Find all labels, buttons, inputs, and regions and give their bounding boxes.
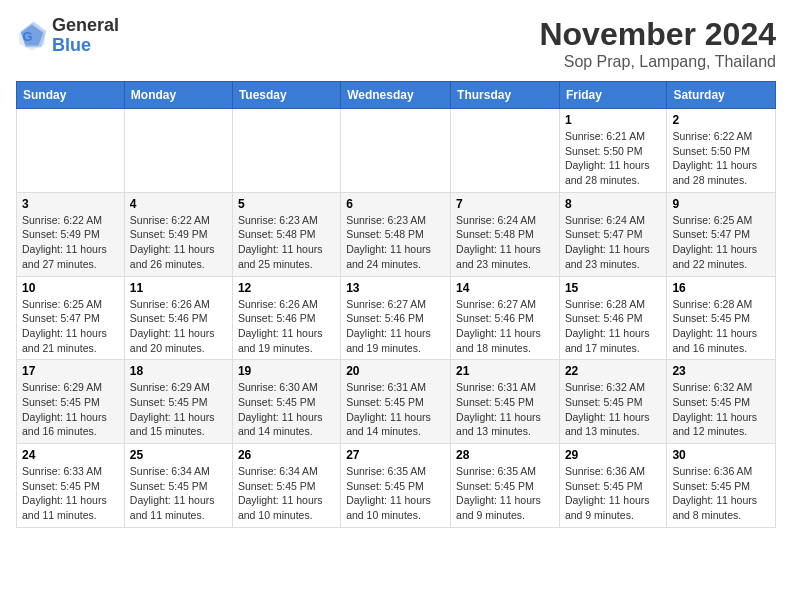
calendar-cell: 29Sunrise: 6:36 AM Sunset: 5:45 PM Dayli… xyxy=(559,444,666,528)
day-info: Sunrise: 6:21 AM Sunset: 5:50 PM Dayligh… xyxy=(565,129,661,188)
day-info: Sunrise: 6:22 AM Sunset: 5:49 PM Dayligh… xyxy=(130,213,227,272)
weekday-header-monday: Monday xyxy=(124,82,232,109)
weekday-header-wednesday: Wednesday xyxy=(341,82,451,109)
logo-text: General Blue xyxy=(52,16,119,56)
calendar-cell: 30Sunrise: 6:36 AM Sunset: 5:45 PM Dayli… xyxy=(667,444,776,528)
day-number: 21 xyxy=(456,364,554,378)
day-info: Sunrise: 6:25 AM Sunset: 5:47 PM Dayligh… xyxy=(22,297,119,356)
day-info: Sunrise: 6:34 AM Sunset: 5:45 PM Dayligh… xyxy=(238,464,335,523)
calendar-cell: 24Sunrise: 6:33 AM Sunset: 5:45 PM Dayli… xyxy=(17,444,125,528)
calendar-cell: 18Sunrise: 6:29 AM Sunset: 5:45 PM Dayli… xyxy=(124,360,232,444)
calendar-cell: 17Sunrise: 6:29 AM Sunset: 5:45 PM Dayli… xyxy=(17,360,125,444)
calendar-cell xyxy=(124,109,232,193)
calendar-week-row: 24Sunrise: 6:33 AM Sunset: 5:45 PM Dayli… xyxy=(17,444,776,528)
logo: G General Blue xyxy=(16,16,119,56)
calendar-cell xyxy=(232,109,340,193)
calendar-cell: 4Sunrise: 6:22 AM Sunset: 5:49 PM Daylig… xyxy=(124,192,232,276)
day-info: Sunrise: 6:22 AM Sunset: 5:50 PM Dayligh… xyxy=(672,129,770,188)
day-number: 18 xyxy=(130,364,227,378)
day-number: 27 xyxy=(346,448,445,462)
calendar-cell: 11Sunrise: 6:26 AM Sunset: 5:46 PM Dayli… xyxy=(124,276,232,360)
calendar-table: SundayMondayTuesdayWednesdayThursdayFrid… xyxy=(16,81,776,528)
logo-general-text: General xyxy=(52,16,119,36)
svg-text:G: G xyxy=(22,29,32,44)
calendar-cell xyxy=(451,109,560,193)
day-info: Sunrise: 6:32 AM Sunset: 5:45 PM Dayligh… xyxy=(672,380,770,439)
calendar-cell: 9Sunrise: 6:25 AM Sunset: 5:47 PM Daylig… xyxy=(667,192,776,276)
day-info: Sunrise: 6:29 AM Sunset: 5:45 PM Dayligh… xyxy=(22,380,119,439)
month-title: November 2024 xyxy=(539,16,776,53)
day-number: 9 xyxy=(672,197,770,211)
day-info: Sunrise: 6:31 AM Sunset: 5:45 PM Dayligh… xyxy=(456,380,554,439)
day-number: 4 xyxy=(130,197,227,211)
calendar-cell xyxy=(17,109,125,193)
day-info: Sunrise: 6:23 AM Sunset: 5:48 PM Dayligh… xyxy=(238,213,335,272)
day-info: Sunrise: 6:24 AM Sunset: 5:47 PM Dayligh… xyxy=(565,213,661,272)
calendar-week-row: 3Sunrise: 6:22 AM Sunset: 5:49 PM Daylig… xyxy=(17,192,776,276)
calendar-cell: 10Sunrise: 6:25 AM Sunset: 5:47 PM Dayli… xyxy=(17,276,125,360)
logo-icon: G xyxy=(16,20,48,52)
calendar-cell: 16Sunrise: 6:28 AM Sunset: 5:45 PM Dayli… xyxy=(667,276,776,360)
calendar-cell: 23Sunrise: 6:32 AM Sunset: 5:45 PM Dayli… xyxy=(667,360,776,444)
calendar-week-row: 17Sunrise: 6:29 AM Sunset: 5:45 PM Dayli… xyxy=(17,360,776,444)
day-info: Sunrise: 6:27 AM Sunset: 5:46 PM Dayligh… xyxy=(346,297,445,356)
day-number: 5 xyxy=(238,197,335,211)
day-number: 28 xyxy=(456,448,554,462)
calendar-week-row: 10Sunrise: 6:25 AM Sunset: 5:47 PM Dayli… xyxy=(17,276,776,360)
day-info: Sunrise: 6:28 AM Sunset: 5:46 PM Dayligh… xyxy=(565,297,661,356)
calendar-cell: 20Sunrise: 6:31 AM Sunset: 5:45 PM Dayli… xyxy=(341,360,451,444)
calendar-cell: 12Sunrise: 6:26 AM Sunset: 5:46 PM Dayli… xyxy=(232,276,340,360)
day-number: 11 xyxy=(130,281,227,295)
calendar-cell: 27Sunrise: 6:35 AM Sunset: 5:45 PM Dayli… xyxy=(341,444,451,528)
day-info: Sunrise: 6:25 AM Sunset: 5:47 PM Dayligh… xyxy=(672,213,770,272)
day-number: 30 xyxy=(672,448,770,462)
day-info: Sunrise: 6:31 AM Sunset: 5:45 PM Dayligh… xyxy=(346,380,445,439)
day-info: Sunrise: 6:33 AM Sunset: 5:45 PM Dayligh… xyxy=(22,464,119,523)
calendar-cell: 22Sunrise: 6:32 AM Sunset: 5:45 PM Dayli… xyxy=(559,360,666,444)
day-number: 25 xyxy=(130,448,227,462)
calendar-cell: 1Sunrise: 6:21 AM Sunset: 5:50 PM Daylig… xyxy=(559,109,666,193)
day-number: 24 xyxy=(22,448,119,462)
calendar-cell: 26Sunrise: 6:34 AM Sunset: 5:45 PM Dayli… xyxy=(232,444,340,528)
calendar-cell: 8Sunrise: 6:24 AM Sunset: 5:47 PM Daylig… xyxy=(559,192,666,276)
day-number: 23 xyxy=(672,364,770,378)
day-info: Sunrise: 6:35 AM Sunset: 5:45 PM Dayligh… xyxy=(456,464,554,523)
calendar-week-row: 1Sunrise: 6:21 AM Sunset: 5:50 PM Daylig… xyxy=(17,109,776,193)
day-number: 10 xyxy=(22,281,119,295)
weekday-header-tuesday: Tuesday xyxy=(232,82,340,109)
day-number: 8 xyxy=(565,197,661,211)
day-number: 13 xyxy=(346,281,445,295)
calendar-cell: 7Sunrise: 6:24 AM Sunset: 5:48 PM Daylig… xyxy=(451,192,560,276)
day-number: 3 xyxy=(22,197,119,211)
weekday-header-sunday: Sunday xyxy=(17,82,125,109)
page-header: G General Blue November 2024 Sop Prap, L… xyxy=(16,16,776,71)
calendar-cell: 15Sunrise: 6:28 AM Sunset: 5:46 PM Dayli… xyxy=(559,276,666,360)
day-number: 17 xyxy=(22,364,119,378)
day-number: 7 xyxy=(456,197,554,211)
calendar-cell xyxy=(341,109,451,193)
day-info: Sunrise: 6:29 AM Sunset: 5:45 PM Dayligh… xyxy=(130,380,227,439)
day-info: Sunrise: 6:26 AM Sunset: 5:46 PM Dayligh… xyxy=(130,297,227,356)
day-number: 29 xyxy=(565,448,661,462)
logo-blue-text: Blue xyxy=(52,36,119,56)
day-number: 22 xyxy=(565,364,661,378)
calendar-cell: 5Sunrise: 6:23 AM Sunset: 5:48 PM Daylig… xyxy=(232,192,340,276)
calendar-cell: 2Sunrise: 6:22 AM Sunset: 5:50 PM Daylig… xyxy=(667,109,776,193)
day-info: Sunrise: 6:32 AM Sunset: 5:45 PM Dayligh… xyxy=(565,380,661,439)
day-number: 1 xyxy=(565,113,661,127)
weekday-header-saturday: Saturday xyxy=(667,82,776,109)
day-number: 20 xyxy=(346,364,445,378)
day-info: Sunrise: 6:34 AM Sunset: 5:45 PM Dayligh… xyxy=(130,464,227,523)
day-number: 15 xyxy=(565,281,661,295)
day-number: 26 xyxy=(238,448,335,462)
day-number: 12 xyxy=(238,281,335,295)
day-info: Sunrise: 6:30 AM Sunset: 5:45 PM Dayligh… xyxy=(238,380,335,439)
day-number: 2 xyxy=(672,113,770,127)
calendar-cell: 25Sunrise: 6:34 AM Sunset: 5:45 PM Dayli… xyxy=(124,444,232,528)
day-info: Sunrise: 6:22 AM Sunset: 5:49 PM Dayligh… xyxy=(22,213,119,272)
calendar-cell: 14Sunrise: 6:27 AM Sunset: 5:46 PM Dayli… xyxy=(451,276,560,360)
calendar-cell: 21Sunrise: 6:31 AM Sunset: 5:45 PM Dayli… xyxy=(451,360,560,444)
day-info: Sunrise: 6:28 AM Sunset: 5:45 PM Dayligh… xyxy=(672,297,770,356)
calendar-cell: 19Sunrise: 6:30 AM Sunset: 5:45 PM Dayli… xyxy=(232,360,340,444)
title-block: November 2024 Sop Prap, Lampang, Thailan… xyxy=(539,16,776,71)
